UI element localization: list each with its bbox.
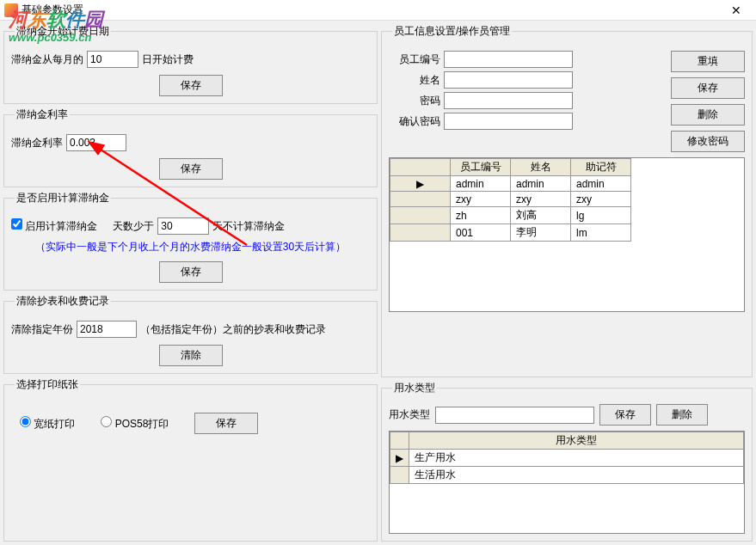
start-day-input[interactable] [87,51,138,68]
emp-id-input[interactable] [444,51,573,68]
emp-name-label: 姓名 [389,73,440,88]
print-wide-radio-label[interactable]: 宽纸打印 [20,416,75,432]
water-legend: 用水类型 [392,381,437,395]
employee-table[interactable]: 员工编号姓名助记符▶adminadminadminzxyzxyzxyzh刘高lg… [389,157,745,312]
table-header[interactable]: 用水类型 [409,432,744,450]
emp-save-button[interactable]: 保存 [671,77,745,99]
table-row[interactable]: ▶adminadminadmin [390,176,631,192]
clear-button[interactable]: 清除 [159,345,223,366]
table-header[interactable]: 助记符 [571,159,631,176]
table-header[interactable]: 姓名 [511,159,571,176]
enable-checkbox-label[interactable]: 启用计算滞纳金 [11,218,97,234]
enable-group: 是否启用计算滞纳金 启用计算滞纳金 天数少于 天不计算滞纳金 （实际中一般是下个… [3,191,378,291]
clear-legend: 清除抄表和收费记录 [15,294,111,309]
enable-checkbox[interactable] [11,218,22,230]
enable-save-button[interactable]: 保存 [159,261,223,283]
emp-pwd-input[interactable] [444,92,573,109]
emp-changepwd-button[interactable]: 修改密码 [671,131,745,152]
water-group: 用水类型 用水类型 保存 删除 用水类型▶生产用水生活用水 [381,381,753,542]
water-table[interactable]: 用水类型▶生产用水生活用水 [389,431,745,534]
table-header[interactable]: 员工编号 [451,159,511,176]
window-title: 基础参数设置 [22,3,83,17]
close-icon: ✕ [731,3,741,17]
rate-group: 滞纳金利率 滞纳金利率 保存 [3,107,378,187]
emp-refill-button[interactable]: 重填 [671,51,745,72]
clear-suffix: （包括指定年份）之前的抄表和收费记录 [140,322,326,337]
employee-legend: 员工信息设置/操作员管理 [392,24,512,39]
enable-note: （实际中一般是下个月收上个月的水费滞纳金一般设置30天后计算） [11,240,370,254]
emp-delete-button[interactable]: 删除 [671,104,745,126]
table-row[interactable]: ▶生产用水 [390,450,744,467]
water-delete-button[interactable]: 删除 [656,404,708,426]
rate-save-button[interactable]: 保存 [159,158,223,180]
app-icon [4,3,18,17]
table-row[interactable]: 生活用水 [390,467,744,484]
start-date-legend: 滞纳金开始计费日期 [15,24,111,39]
days-input[interactable] [157,217,209,235]
clear-label: 清除指定年份 [11,322,73,337]
table-row[interactable]: zh刘高lg [390,207,631,224]
days-prefix: 天数少于 [113,219,154,234]
start-date-prefix: 滞纳金从每月的 [11,52,83,67]
emp-pwd2-input[interactable] [444,113,573,130]
start-date-group: 滞纳金开始计费日期 滞纳金从每月的 日开始计费 保存 [3,24,378,104]
rate-label: 滞纳金利率 [11,136,63,150]
days-suffix: 天不计算滞纳金 [212,219,285,234]
print-save-button[interactable]: 保存 [194,413,258,434]
close-button[interactable]: ✕ [716,0,756,21]
emp-pwd2-label: 确认密码 [389,114,440,129]
print-legend: 选择打印纸张 [15,377,80,392]
water-label: 用水类型 [389,407,430,422]
print-pos58-radio[interactable] [101,416,112,427]
print-pos58-radio-label[interactable]: POS58打印 [101,416,169,432]
print-wide-radio[interactable] [20,416,31,427]
titlebar: 基础参数设置 ✕ [0,0,756,21]
water-input[interactable] [435,407,594,424]
enable-legend: 是否启用计算滞纳金 [15,191,111,205]
print-group: 选择打印纸张 宽纸打印 POS58打印 保存 [3,377,378,542]
water-save-button[interactable]: 保存 [599,404,651,426]
emp-id-label: 员工编号 [389,52,440,67]
employee-group: 员工信息设置/操作员管理 员工编号 姓名 密码 确认密码 重填 保存 删除 修改… [381,24,753,377]
start-date-suffix: 日开始计费 [142,52,194,67]
table-row[interactable]: zxyzxyzxy [390,192,631,207]
rate-legend: 滞纳金利率 [15,107,70,122]
emp-name-input[interactable] [444,71,573,89]
clear-year-input[interactable] [77,321,137,338]
emp-pwd-label: 密码 [389,94,440,108]
start-date-save-button[interactable]: 保存 [159,75,223,96]
rate-input[interactable] [66,134,126,151]
clear-group: 清除抄表和收费记录 清除指定年份 （包括指定年份）之前的抄表和收费记录 清除 [3,294,378,374]
table-row[interactable]: 001李明lm [390,224,631,242]
